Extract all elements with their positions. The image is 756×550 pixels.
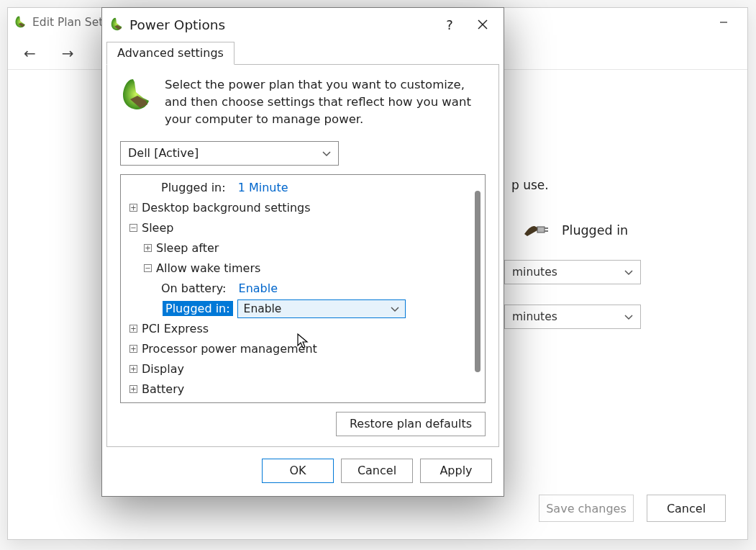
display-select-value: minutes xyxy=(512,310,557,323)
tree-label: Desktop background settings xyxy=(142,201,311,215)
close-button[interactable] xyxy=(466,12,499,37)
chevron-down-icon xyxy=(322,146,331,160)
tree-row-battery[interactable]: + Battery xyxy=(127,379,482,400)
forward-icon[interactable]: → xyxy=(62,45,74,62)
restore-plan-defaults-button[interactable]: Restore plan defaults xyxy=(336,412,486,436)
ok-button[interactable]: OK xyxy=(262,459,334,483)
tree-row-pluggedin-enable[interactable]: Plugged in: Enable xyxy=(127,299,482,319)
back-icon[interactable]: ← xyxy=(24,45,36,62)
apply-button[interactable]: Apply xyxy=(420,459,492,483)
tree-label: PCI Express xyxy=(142,322,209,335)
tree-row-sleep[interactable]: − Sleep xyxy=(127,218,482,238)
expand-icon[interactable]: + xyxy=(129,204,137,212)
chevron-down-icon xyxy=(624,310,633,323)
chevron-down-icon xyxy=(624,266,633,279)
tree-row-pci-express[interactable]: + PCI Express xyxy=(127,319,482,339)
tab-advanced-settings[interactable]: Advanced settings xyxy=(106,42,234,65)
power-options-app-icon xyxy=(14,14,28,31)
select-value: Enable xyxy=(244,302,282,315)
tree-label: Allow wake timers xyxy=(156,261,260,275)
expand-icon[interactable]: + xyxy=(129,325,137,333)
power-intro-icon xyxy=(120,76,155,116)
wake-timers-pluggedin-select[interactable]: Enable xyxy=(237,299,406,318)
plug-icon xyxy=(523,221,549,240)
tree-label-selected: Plugged in: xyxy=(163,301,233,316)
svg-rect-1 xyxy=(537,227,545,233)
tree-label: Sleep xyxy=(142,221,173,235)
collapse-icon[interactable]: − xyxy=(144,264,152,272)
power-options-dialog-icon xyxy=(109,16,125,34)
collapse-icon[interactable]: − xyxy=(129,224,137,232)
tree-value: Enable xyxy=(239,281,278,295)
tab-strip: Advanced settings xyxy=(102,41,504,64)
dialog-title: Power Options xyxy=(129,17,225,32)
power-options-dialog: Power Options ? Advanced settings Select… xyxy=(101,7,504,497)
expand-icon[interactable]: + xyxy=(129,365,137,373)
tree-row-processor[interactable]: + Processor power management xyxy=(127,339,482,359)
advanced-settings-panel: Select the power plan that you want to c… xyxy=(106,64,499,447)
tree-row-pluggedin-1min[interactable]: Plugged in: 1 Minute xyxy=(127,178,482,198)
tree-label: On battery: xyxy=(161,281,226,295)
plugged-in-column-label: Plugged in xyxy=(562,223,628,238)
tree-row-desktop-bg[interactable]: + Desktop background settings xyxy=(127,198,482,218)
expand-icon[interactable]: + xyxy=(144,244,152,252)
help-button[interactable]: ? xyxy=(433,12,466,37)
save-changes-button[interactable]: Save changes xyxy=(539,495,634,522)
sleep-select-value: minutes xyxy=(512,266,557,279)
tree-label: Plugged in: xyxy=(161,181,226,194)
tree-row-display[interactable]: + Display xyxy=(127,359,482,379)
power-plan-value: Dell [Active] xyxy=(128,146,199,160)
dialog-titlebar: Power Options ? xyxy=(102,8,504,41)
tree-label: Display xyxy=(142,362,184,376)
scrollbar[interactable] xyxy=(475,191,481,372)
chevron-down-icon xyxy=(391,302,399,315)
power-plan-select[interactable]: Dell [Active] xyxy=(120,141,339,166)
cancel-button[interactable]: Cancel xyxy=(341,459,413,483)
tree-label: Battery xyxy=(142,382,184,396)
intro-text: Select the power plan that you want to c… xyxy=(165,76,486,128)
settings-tree: Plugged in: 1 Minute + Desktop backgroun… xyxy=(120,174,486,403)
tree-row-allow-wake-timers[interactable]: − Allow wake timers xyxy=(127,258,482,279)
cancel-button[interactable]: Cancel xyxy=(647,495,726,522)
display-select-pluggedin[interactable]: minutes xyxy=(504,305,641,329)
tree-value: 1 Minute xyxy=(238,181,288,194)
sleep-select-pluggedin[interactable]: minutes xyxy=(504,260,641,284)
partial-text: p use. xyxy=(511,178,549,192)
tree-label: Sleep after xyxy=(156,241,219,255)
minimize-button[interactable] xyxy=(707,11,740,34)
tree-label: Processor power management xyxy=(142,342,317,356)
tree-row-sleep-after[interactable]: + Sleep after xyxy=(127,238,482,258)
expand-icon[interactable]: + xyxy=(129,345,137,353)
expand-icon[interactable]: + xyxy=(129,385,137,393)
tree-row-onbattery[interactable]: On battery: Enable xyxy=(127,279,482,299)
